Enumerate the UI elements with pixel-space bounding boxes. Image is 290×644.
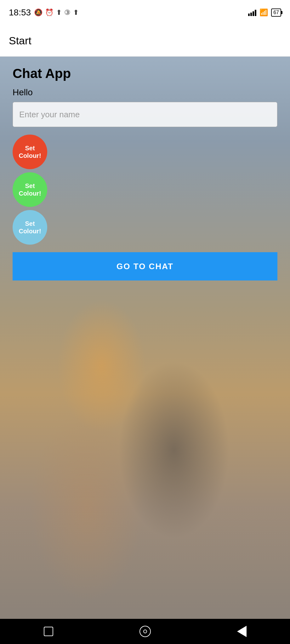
hello-label: Hello — [13, 87, 277, 97]
name-input[interactable] — [13, 102, 277, 127]
content-overlay: Chat App Hello Set Colour! Set Colour! S… — [0, 57, 290, 280]
signal-bars-icon — [248, 9, 256, 16]
app-container: Chat App Hello Set Colour! Set Colour! S… — [0, 57, 290, 619]
chat-app-title: Chat App — [13, 66, 277, 81]
alarm-icon: ⏰ — [45, 8, 54, 17]
battery-indicator: 67 — [271, 8, 281, 17]
recents-icon — [44, 627, 53, 636]
status-time: 18:53 — [9, 8, 31, 18]
status-bar-left: 18:53 🔕 ⏰ ⬆ ③ ⬆ — [9, 8, 79, 18]
set-colour-red-button[interactable]: Set Colour! — [13, 135, 47, 169]
status-bar: 18:53 🔕 ⏰ ⬆ ③ ⬆ 📶 67 — [0, 0, 290, 25]
wifi-icon: 📶 — [259, 8, 268, 17]
threads-icon: ③ — [64, 8, 71, 17]
navigation-bar — [0, 619, 290, 644]
page-title: Start — [9, 35, 31, 47]
nav-recents-button[interactable] — [39, 622, 58, 641]
nav-back-button[interactable] — [232, 622, 251, 641]
home-icon-inner — [143, 630, 147, 633]
app-header: Start — [0, 25, 290, 57]
mute-icon: 🔕 — [34, 8, 43, 17]
back-icon — [237, 626, 247, 637]
color-buttons-group: Set Colour! Set Colour! Set Colour! — [13, 135, 277, 245]
nav-home-button[interactable] — [136, 622, 155, 641]
home-icon — [139, 626, 151, 637]
go-to-chat-button[interactable]: GO TO CHAT — [13, 252, 277, 280]
status-bar-right: 📶 67 — [248, 8, 281, 17]
set-colour-blue-button[interactable]: Set Colour! — [13, 210, 47, 245]
upload-icon: ⬆ — [73, 8, 79, 17]
status-icons: 🔕 ⏰ ⬆ ③ ⬆ — [34, 8, 79, 17]
set-colour-green-button[interactable]: Set Colour! — [13, 172, 47, 207]
navigation-icon: ⬆ — [56, 8, 62, 17]
